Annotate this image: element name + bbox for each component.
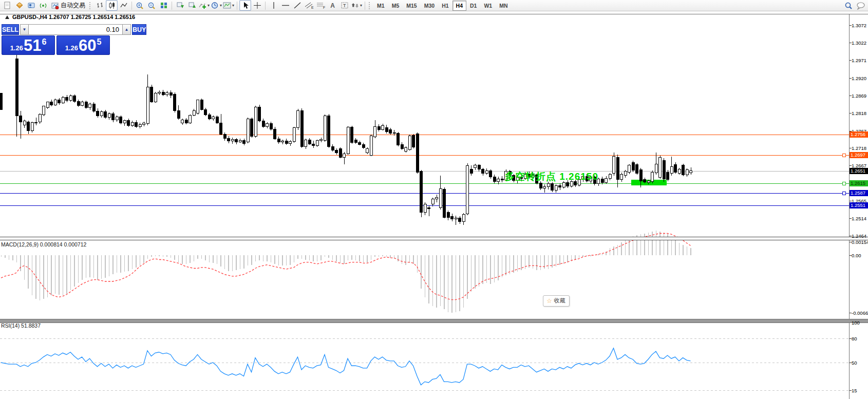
macd-signal-line (1, 234, 691, 300)
timeframe-h1[interactable]: H1 (438, 1, 452, 11)
sell-price-pip: 6 (42, 37, 46, 47)
trendline-icon[interactable] (291, 0, 303, 11)
horizontal-level-lines[interactable] (0, 135, 849, 206)
vertical-line-icon[interactable] (268, 0, 279, 11)
sell-price-prefix: 1.26 (10, 44, 23, 52)
timeframe-m15[interactable]: M15 (403, 1, 420, 11)
text-icon[interactable]: A (327, 0, 338, 11)
axis-tick-label: 1.2718 (852, 145, 866, 150)
price-level-label: 1.2697 (850, 152, 868, 158)
text-label-icon[interactable]: T (338, 0, 350, 11)
svg-text:T: T (343, 3, 346, 8)
price-level-label: 1.2756 (850, 131, 868, 138)
macd-indicator-label: MACD(12,26,9) 0.000814 0.000712 (1, 241, 86, 248)
symbol-icon (5, 15, 9, 19)
tile-windows-icon[interactable] (158, 0, 169, 11)
horizontal-line-icon[interactable] (279, 0, 291, 11)
volume-input[interactable] (29, 24, 122, 35)
axis-tick-label: 15 (852, 388, 857, 393)
chart-canvas[interactable] (0, 0, 868, 399)
candle-chart-type-icon[interactable] (106, 0, 118, 11)
timeframe-h4[interactable]: H4 (452, 1, 466, 11)
star-icon: ☆ (546, 297, 552, 305)
quote-header: GBPUSD-,H4 1.26707 1.26725 1.26514 1.265… (5, 14, 135, 20)
zoom-out-icon[interactable] (146, 0, 158, 11)
zoom-in-icon[interactable] (134, 0, 146, 11)
crosshair-icon[interactable] (251, 0, 263, 11)
arrow-tools-icon[interactable]: ▾ (350, 0, 363, 11)
community-icon[interactable] (25, 0, 37, 11)
templates-icon[interactable]: ▾ (222, 0, 235, 11)
svg-text:E: E (311, 6, 314, 9)
timeframe-mn[interactable]: MN (496, 1, 511, 11)
axis-tick-label: 1.2920 (852, 75, 866, 81)
equidistant-channel-icon[interactable]: E (303, 0, 315, 11)
add-indicator-icon[interactable]: ▾ (198, 0, 210, 11)
arrange-b-icon[interactable] (186, 0, 198, 11)
axis-tick-label: 80 (852, 336, 857, 341)
axis-tick-label: 1.2818 (852, 110, 866, 116)
axis-tick-label: 100 (852, 320, 860, 326)
axis-tick-label: -0.0066 (852, 310, 868, 316)
axis-tick-label: 1.2514 (852, 216, 866, 221)
volume-decrease-button[interactable]: ▼ (20, 24, 29, 35)
pane-splitter-rsi[interactable] (0, 319, 868, 323)
buy-price-pip: 5 (97, 37, 101, 47)
buy-price-prefix: 1.26 (65, 44, 78, 52)
pivot-annotation-text: 多空转折点 1.26150 (505, 170, 598, 183)
sell-price-main: 51 (24, 39, 41, 53)
mt4-terminal: 自动交易 ▾ ▾ ▾ E F A T ▾ M1M5M15M30H1H4D1W1M… (0, 0, 868, 399)
pane-splitter-macd[interactable] (0, 237, 868, 240)
cursor-icon[interactable] (239, 0, 251, 11)
sell-price-panel[interactable]: 1.26 51 6 (2, 35, 55, 55)
axis-tick-label: 1.2869 (852, 93, 866, 99)
signals-icon[interactable] (37, 0, 49, 11)
autotrading-button[interactable]: 自动交易 (49, 0, 88, 11)
buy-price-main: 60 (79, 39, 96, 53)
axis-tick-label: 1.2464 (852, 233, 866, 238)
price-level-label: 1.2551 (850, 202, 868, 208)
rsi-gridlines (0, 338, 849, 390)
price-level-label: 1.2651 (850, 168, 868, 174)
rsi-line (1, 348, 691, 385)
axis-tick-label: 1.3072 (852, 23, 866, 28)
timeframe-d1[interactable]: D1 (466, 1, 480, 11)
gold-box-icon[interactable] (13, 0, 25, 11)
chat-icon[interactable] (855, 0, 866, 11)
favorite-tooltip[interactable]: ☆ 收藏 (543, 295, 570, 307)
buy-price-panel[interactable]: 1.26 60 5 (56, 35, 110, 55)
axis-tick-label: 50 (852, 360, 857, 366)
main-toolbar: 自动交易 ▾ ▾ ▾ E F A T ▾ M1M5M15M30H1H4D1W1M… (0, 0, 868, 11)
timeframe-m1[interactable]: M1 (373, 1, 388, 11)
timeframe-m5[interactable]: M5 (388, 1, 403, 11)
quote-header-text: GBPUSD-,H4 1.26707 1.26725 1.26514 1.265… (12, 14, 135, 20)
axis-tick-label: 0.00154 (852, 239, 868, 244)
volume-increase-button[interactable]: ▲ (122, 24, 131, 35)
axis-tick-label: 1.3022 (852, 40, 866, 46)
new-document-icon[interactable] (2, 0, 13, 11)
buy-button[interactable]: BUY (132, 24, 146, 35)
search-icon[interactable] (843, 0, 855, 11)
arrange-a-icon[interactable] (174, 0, 186, 11)
periods-icon[interactable]: ▾ (210, 0, 222, 11)
macd-histogram (2, 231, 691, 313)
line-chart-type-icon[interactable] (118, 0, 129, 11)
timeframe-w1[interactable]: W1 (480, 1, 496, 11)
axis-tick-label: 0.00 (852, 253, 861, 258)
axis-tick-label: 1.2971 (852, 58, 866, 63)
timeframe-m30[interactable]: M30 (421, 1, 438, 11)
favorite-label: 收藏 (554, 297, 565, 305)
sell-button[interactable]: SELL (2, 24, 19, 35)
svg-text:F: F (323, 6, 325, 9)
fibonacci-icon[interactable]: F (315, 0, 327, 11)
candlesticks (0, 54, 692, 225)
autotrading-label: 自动交易 (61, 1, 85, 10)
one-click-trade-panel: SELL ▼ ▲ BUY 1.26 51 6 1.26 60 5 (2, 24, 110, 55)
bar-chart-type-icon[interactable] (94, 0, 106, 11)
price-level-label: 1.2615 (850, 180, 868, 186)
rsi-indicator-label: RSI(14) 51.8837 (1, 322, 41, 329)
price-level-label: 1.2587 (850, 190, 868, 196)
timeframe-buttons: M1M5M15M30H1H4D1W1MN (373, 1, 511, 11)
